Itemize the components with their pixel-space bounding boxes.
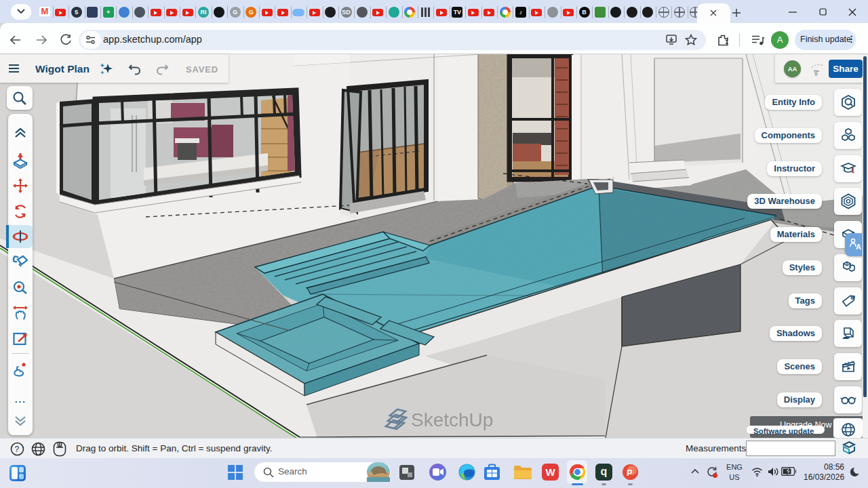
svg-text:A: A [856, 243, 861, 251]
svg-text:P: P [627, 468, 633, 478]
svg-text:?: ? [15, 445, 20, 454]
svg-text:SketchUp: SketchUp [411, 409, 493, 430]
